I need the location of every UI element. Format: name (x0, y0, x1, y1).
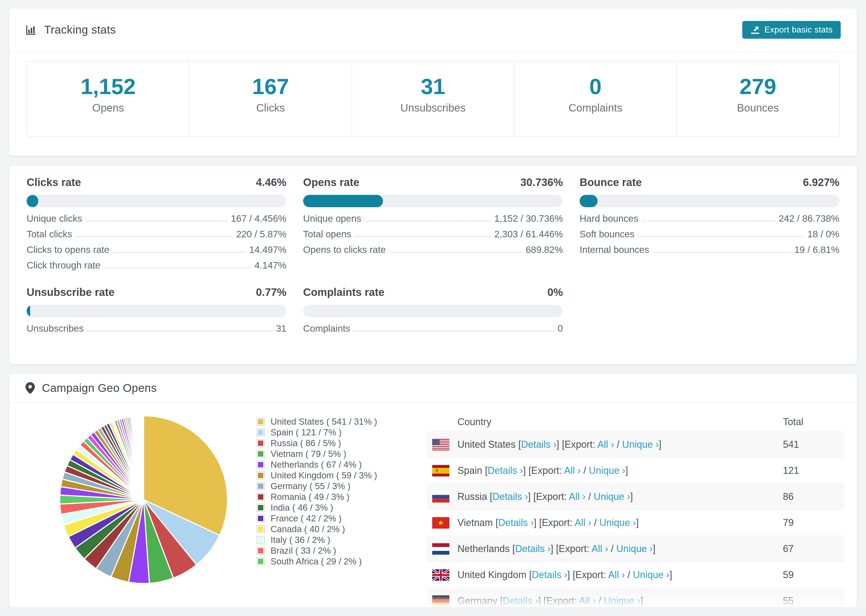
export-all-link[interactable]: All › (564, 465, 581, 476)
legend-item[interactable]: Vietnam ( 79 / 5% ) (257, 449, 429, 459)
rate-stat-label: Total clicks (27, 229, 72, 239)
export-all-link[interactable]: All › (579, 595, 596, 606)
geo-pie-chart[interactable] (58, 413, 230, 586)
export-all-link[interactable]: All › (569, 491, 586, 502)
legend-item[interactable]: United States ( 541 / 31% ) (257, 416, 429, 427)
rate-stat-label: Hard bounces (579, 213, 638, 224)
legend-item[interactable]: Russia ( 86 / 5% ) (257, 438, 429, 449)
dotted-leader (638, 236, 804, 237)
legend-item[interactable]: India ( 46 / 3% ) (257, 502, 429, 513)
details-link[interactable]: Details › (498, 517, 534, 528)
table-row: United States [Details ›] [Export: All ›… (427, 431, 844, 457)
rate-block: Opens rate30.736%Unique opens1,152 / 30.… (303, 176, 563, 271)
total-cell: 67 (783, 543, 844, 555)
rate-progress-bar (303, 305, 563, 317)
stat-value: 31 (352, 75, 514, 98)
rate-value: 4.46% (256, 176, 287, 189)
pie-legend: United States ( 541 / 31% )Spain ( 121 /… (257, 416, 429, 567)
export-basic-stats-button[interactable]: Export basic stats (742, 21, 841, 39)
ru-flag-icon (432, 491, 449, 503)
table-row: Vietnam [Details ›] [Export: All › / Uni… (427, 509, 844, 536)
stat-cell: 0Complaints (514, 61, 676, 137)
geo-header: Campaign Geo Opens (9, 374, 857, 403)
export-unique-link[interactable]: Unique › (589, 465, 625, 476)
table-row: Spain [Details ›] [Export: All › / Uniqu… (427, 457, 844, 484)
export-all-link[interactable]: All › (575, 517, 591, 528)
column-header-total: Total (783, 416, 844, 427)
legend-color-swatch (257, 547, 265, 555)
legend-item[interactable]: South Africa ( 29 / 2% ) (257, 556, 429, 567)
campaign-geo-opens-card: Campaign Geo Opens United States ( 541 /… (9, 374, 857, 607)
rate-stat-value: 242 / 86.738% (779, 213, 839, 224)
rate-title: Bounce rate (579, 176, 642, 189)
rate-stat-row: Clicks to opens rate14.497% (27, 244, 287, 255)
rate-stat-label: Opens to clicks rate (303, 244, 386, 255)
dotted-leader (642, 221, 775, 222)
rate-stat-label: Unsubscribes (27, 323, 83, 334)
legend-item[interactable]: Romania ( 49 / 3% ) (257, 492, 429, 502)
country-cell: Netherlands [Details ›] [Export: All › /… (457, 543, 783, 555)
legend-color-swatch (257, 558, 265, 566)
details-link[interactable]: Details › (488, 465, 523, 476)
export-button-label: Export basic stats (764, 25, 833, 35)
rate-value: 30.736% (520, 176, 563, 189)
details-link[interactable]: Details › (532, 569, 567, 580)
export-unique-link[interactable]: Unique › (600, 517, 636, 528)
export-all-link[interactable]: All › (608, 569, 625, 580)
export-all-link[interactable]: All › (597, 439, 614, 450)
total-cell: 121 (783, 465, 844, 476)
stat-label: Bounces (677, 102, 839, 114)
legend-item[interactable]: Germany ( 55 / 3% ) (257, 481, 429, 492)
legend-item[interactable]: Brazil ( 33 / 2% ) (257, 545, 429, 556)
legend-item[interactable]: Netherlands ( 67 / 4% ) (257, 459, 429, 470)
details-link[interactable]: Details › (493, 491, 528, 502)
column-header-country: Country (427, 416, 783, 427)
dotted-leader (389, 252, 522, 253)
details-link[interactable]: Details › (503, 595, 538, 606)
dotted-leader (86, 221, 227, 222)
total-cell: 86 (783, 491, 844, 502)
legend-color-swatch (257, 536, 265, 544)
export-unique-link[interactable]: Unique › (594, 491, 630, 502)
details-link[interactable]: Details › (515, 543, 551, 554)
legend-item[interactable]: Spain ( 121 / 7% ) (257, 427, 429, 438)
nl-flag-icon (432, 543, 449, 555)
rate-stat-row: Hard bounces242 / 86.738% (579, 213, 839, 224)
geo-body: United States ( 541 / 31% )Spain ( 121 /… (9, 403, 857, 607)
legend-item[interactable]: Canada ( 40 / 2% ) (257, 524, 429, 534)
export-unique-link[interactable]: Unique › (633, 569, 669, 580)
legend-label: United States ( 541 / 31% ) (271, 416, 377, 427)
export-unique-link[interactable]: Unique › (622, 439, 659, 450)
dotted-leader (355, 236, 491, 237)
rate-stat-value: 18 / 0% (808, 229, 839, 239)
es-flag-icon (432, 465, 449, 476)
legend-label: Spain ( 121 / 7% ) (271, 427, 342, 438)
export-all-link[interactable]: All › (591, 543, 608, 554)
rate-stat-row: Click through rate4.147% (27, 260, 287, 271)
legend-item[interactable]: United Kingdom ( 59 / 3% ) (257, 470, 429, 481)
total-cell: 79 (783, 517, 844, 528)
gb-flag-icon (432, 569, 449, 581)
export-unique-link[interactable]: Unique › (616, 543, 653, 554)
legend-item[interactable]: France ( 42 / 2% ) (257, 513, 429, 524)
legend-item[interactable]: Italy ( 36 / 2% ) (257, 534, 429, 545)
stat-value: 279 (677, 75, 839, 98)
legend-color-swatch (257, 439, 265, 447)
legend-color-swatch (257, 471, 265, 479)
rate-stat-row: Internal bounces19 / 6.81% (579, 244, 839, 255)
details-link[interactable]: Details › (521, 439, 556, 450)
export-icon (750, 25, 760, 35)
legend-color-swatch (257, 428, 265, 437)
country-cell: Russia [Details ›] [Export: All › / Uniq… (457, 491, 783, 502)
rate-stat-row: Unique opens1,152 / 30.736% (303, 213, 563, 224)
legend-label: Romania ( 49 / 3% ) (271, 492, 350, 502)
legend-label: Canada ( 40 / 2% ) (271, 524, 345, 534)
us-flag-icon (432, 439, 449, 451)
rate-stat-value: 167 / 4.456% (231, 213, 287, 224)
dotted-leader (365, 221, 491, 222)
export-unique-link[interactable]: Unique › (604, 595, 640, 606)
total-cell: 59 (783, 569, 844, 580)
dotted-leader (113, 252, 245, 253)
rate-stat-label: Internal bounces (579, 244, 649, 255)
rate-stat-label: Total opens (303, 229, 351, 239)
